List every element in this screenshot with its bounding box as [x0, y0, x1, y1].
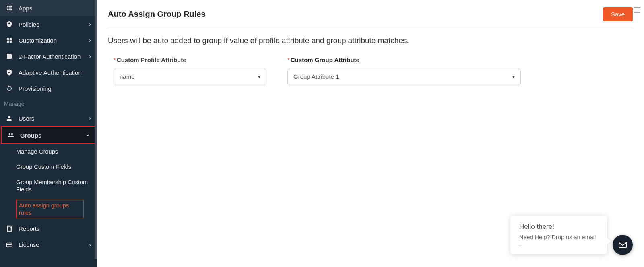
sidebar-item-license[interactable]: License ›: [0, 237, 97, 253]
chat-fab-button[interactable]: [613, 235, 633, 255]
chevron-right-icon: ›: [89, 53, 91, 60]
profile-attribute-select[interactable]: name ▾: [114, 69, 266, 84]
sidebar-item-groups[interactable]: Groups ›: [1, 126, 96, 144]
mail-icon: [618, 240, 627, 250]
nav-label: Users: [19, 115, 34, 122]
submenu-group-custom-fields[interactable]: Group Custom Fields: [16, 159, 97, 175]
chevron-down-icon: ▾: [512, 74, 515, 80]
sidebar-item-customization[interactable]: Customization ›: [0, 32, 97, 48]
menu-icon: [633, 6, 642, 14]
sidebar-item-policies[interactable]: Policies ›: [0, 16, 97, 32]
submenu-group-membership-custom-fields[interactable]: Group Membership Custom Fields: [16, 175, 97, 197]
submenu-auto-assign-groups-rules[interactable]: Auto assign groups rules: [16, 200, 84, 218]
sidebar-item-apps[interactable]: Apps: [0, 0, 97, 16]
sync-icon: [6, 85, 13, 92]
page-title: Auto Assign Group Rules: [108, 10, 206, 19]
license-icon: [6, 241, 13, 249]
nav-label: Reports: [19, 225, 40, 232]
sidebar: Apps Policies › Customization › 2-Factor…: [0, 0, 97, 267]
svg-rect-0: [7, 54, 12, 59]
profile-attribute-label: Custom Profile Attribute: [114, 56, 266, 63]
apps-icon: [6, 4, 13, 12]
2fa-icon: [6, 53, 13, 60]
sidebar-item-2fa[interactable]: 2-Factor Authentication ›: [0, 48, 97, 64]
nav-label: License: [19, 241, 39, 248]
profile-attribute-value: name: [120, 73, 135, 80]
page-description: Users will be auto added to group if val…: [108, 36, 633, 45]
groups-icon: [7, 131, 14, 139]
chat-helper-text: Need Help? Drop us an email !: [519, 234, 598, 247]
chevron-right-icon: ›: [89, 115, 91, 121]
group-attribute-label: Custom Group Attribute: [287, 56, 521, 63]
sidebar-item-provisioning[interactable]: Provisioning: [0, 80, 97, 97]
reports-icon: [6, 225, 13, 232]
nav-label: Apps: [19, 5, 32, 12]
chevron-down-icon: ›: [85, 134, 92, 136]
profile-attribute-column: Custom Profile Attribute name ▾: [114, 56, 266, 84]
group-attribute-value: Group Attribute 1: [293, 73, 339, 80]
user-icon: [6, 115, 13, 122]
chat-greeting: Hello there!: [519, 223, 598, 231]
chevron-down-icon: ▾: [258, 74, 260, 80]
chevron-right-icon: ›: [89, 37, 91, 43]
nav-label: Adaptive Authentication: [19, 69, 82, 76]
sidebar-item-users[interactable]: Users ›: [0, 110, 97, 126]
nav-label: Groups: [20, 132, 41, 139]
help-chat-bubble[interactable]: Hello there! Need Help? Drop us an email…: [510, 216, 607, 254]
section-label-manage: Manage: [0, 97, 97, 110]
chevron-right-icon: ›: [89, 242, 91, 248]
shield-check-icon: [6, 69, 13, 76]
sidebar-item-reports[interactable]: Reports: [0, 221, 97, 237]
page-header: Auto Assign Group Rules Save: [108, 7, 633, 27]
groups-submenu: Manage Groups Group Custom Fields Group …: [0, 144, 97, 221]
nav-label: Policies: [19, 21, 39, 28]
nav-label: Customization: [19, 37, 57, 44]
nav-label: Provisioning: [19, 85, 52, 92]
side-menu-toggle[interactable]: [633, 6, 642, 16]
save-button[interactable]: Save: [603, 7, 633, 21]
submenu-manage-groups[interactable]: Manage Groups: [16, 144, 97, 159]
svg-rect-1: [6, 243, 12, 247]
policy-icon: [6, 21, 13, 28]
form-row: Custom Profile Attribute name ▾ Custom G…: [114, 56, 633, 84]
sidebar-item-adaptive[interactable]: Adaptive Authentication: [0, 64, 97, 80]
chevron-right-icon: ›: [89, 21, 91, 27]
customization-icon: [6, 37, 13, 44]
group-attribute-column: Custom Group Attribute Group Attribute 1…: [287, 56, 521, 84]
nav-label: 2-Factor Authentication: [19, 53, 80, 60]
group-attribute-select[interactable]: Group Attribute 1 ▾: [287, 69, 521, 84]
